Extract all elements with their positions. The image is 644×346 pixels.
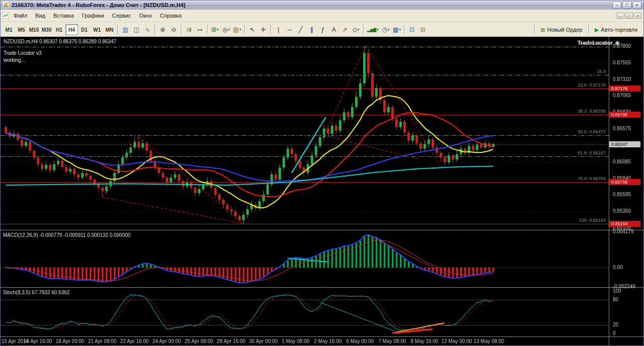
- dropdown-caret-icon: ▾: [228, 28, 230, 32]
- menu-item[interactable]: Сервис: [108, 11, 135, 21]
- arrow-button[interactable]: ↗: [339, 24, 350, 35]
- timeframe-m30-button[interactable]: M30: [40, 24, 53, 35]
- chart-shift-button[interactable]: ↦: [194, 24, 205, 35]
- autotrade-button-label: Авто-торговля: [601, 27, 637, 33]
- templates-button[interactable]: ▤▾: [232, 24, 243, 35]
- zoom-in-icon: ⊕: [160, 26, 165, 33]
- menu-item[interactable]: Файл: [10, 11, 31, 21]
- toolbar: M1M5M15M30H1H4D1W1MN▥◫∿⊕⊖⇉↦⊞▾◎▾▤▾↖✛|─╱∥ƒ…: [1, 22, 643, 38]
- fib-level-label: 100- 0.85163: [530, 218, 606, 223]
- toolbar-separator: [181, 25, 182, 35]
- channel-icon: ∥: [310, 26, 313, 33]
- bar-chart-button[interactable]: ▥: [120, 24, 131, 35]
- time-axis-label: 13 May 08:00: [470, 338, 508, 344]
- menu-items: ФайлВидВставкаГрафикиСервисОкноСправка: [10, 11, 186, 21]
- timeframe-h1-button[interactable]: H1: [53, 24, 65, 35]
- minimize-button[interactable]: –: [612, 2, 621, 9]
- bid-price-tag: 0.86347: [609, 141, 640, 147]
- shapes-button[interactable]: ◇▾: [350, 24, 362, 35]
- timeframe-m15-button[interactable]: M15: [28, 24, 40, 35]
- crosshair-button[interactable]: ✛: [258, 24, 269, 35]
- channel-button[interactable]: ∥: [306, 24, 317, 35]
- chart-shift-icon: ↦: [197, 26, 202, 33]
- cursor-button[interactable]: ↖: [247, 24, 258, 35]
- price-axis-label: 0.86085: [613, 159, 631, 165]
- horizontal-line-icon: ─: [288, 26, 292, 33]
- stoch-axis-label: 100: [613, 288, 621, 294]
- alert-price-tag: 0.87176: [609, 85, 640, 92]
- horizontal-line-button[interactable]: ─: [284, 24, 295, 35]
- periods-icon: ◷: [382, 26, 387, 33]
- profiles-icon: ◎: [223, 26, 228, 33]
- menu-item[interactable]: Справка: [156, 11, 186, 21]
- stoch-axis-label: 80: [613, 297, 618, 303]
- zoom-out-icon: ⊖: [171, 26, 176, 33]
- fib-level-label: 23.6- 0.87170: [530, 82, 606, 88]
- fibonacci-icon: ƒ: [321, 26, 325, 33]
- symbol-ohlc-info: NZDUSD.m,H4 0.86307 0.86375 0.86289 0.86…: [4, 39, 116, 45]
- toolbar-separator: [363, 25, 364, 35]
- timeframe-w1-button[interactable]: W1: [91, 24, 103, 35]
- dropdown-caret-icon: ▾: [388, 28, 390, 32]
- autoscroll-button[interactable]: ⇉: [183, 24, 194, 35]
- indicators-button[interactable]: ▂▅▇▾: [366, 24, 380, 35]
- bar-chart-icon: ▥: [122, 26, 128, 33]
- title-bar: 2166370: MetaTrader 4 - RoboForex - Демо…: [1, 1, 643, 10]
- new-order-button[interactable]: ⊞Новый Ордер: [537, 24, 587, 35]
- child-restore-button[interactable]: □: [625, 13, 633, 19]
- line-chart-icon: ∿: [145, 26, 150, 33]
- close-button[interactable]: ×: [632, 2, 641, 9]
- menu-item[interactable]: Окно: [135, 11, 156, 21]
- menu-item[interactable]: Вставка: [49, 11, 78, 21]
- arrow-icon: ↗: [342, 26, 347, 33]
- tile-windows-icon: ▦: [393, 26, 398, 33]
- timeframe-mn-button[interactable]: MN: [103, 24, 116, 35]
- fib-level-label: 50.0- 0.86477: [530, 129, 606, 135]
- tile-windows-button[interactable]: ▦▾: [391, 24, 402, 35]
- new-order-button-label: Новый Ордер: [547, 27, 583, 33]
- menu-item[interactable]: Графики: [78, 11, 108, 21]
- profiles-button[interactable]: ◎▾: [221, 24, 232, 35]
- terminal-icon: ⊟: [420, 26, 425, 33]
- menu-item[interactable]: Вид: [31, 11, 49, 21]
- window-controls: –□×: [612, 2, 641, 9]
- fib-level-label: 0.0- 0.87793: [530, 41, 606, 46]
- fib-level-label: 16.0: [530, 69, 606, 74]
- timeframe-d1-button[interactable]: D1: [78, 24, 91, 35]
- autotrade-play-icon: ▶: [595, 27, 599, 33]
- alert-price-tag: 0.86788: [609, 112, 640, 118]
- timeframe-m5-button[interactable]: M5: [15, 24, 28, 35]
- new-chart-button[interactable]: ⊞▾: [209, 24, 221, 35]
- child-window-controls: –□×: [617, 13, 641, 19]
- indicators-icon: ▂▅▇: [367, 28, 376, 32]
- fibonacci-button[interactable]: ƒ: [317, 24, 328, 35]
- candlestick-button[interactable]: ◫: [131, 24, 142, 35]
- text-button[interactable]: A: [328, 24, 339, 35]
- child-minimize-button[interactable]: –: [617, 13, 624, 19]
- crosshair-icon: ✛: [261, 26, 266, 33]
- timeframe-m1-button[interactable]: M1: [3, 24, 15, 35]
- periods-button[interactable]: ◷▾: [380, 24, 391, 35]
- timeframe-h4-button[interactable]: H4: [65, 24, 78, 35]
- chart-area: NZDUSD.m,H4 0.86307 0.86375 0.86289 0.86…: [1, 37, 644, 346]
- strategy-tester-button[interactable]: ⊡: [406, 24, 417, 35]
- terminal-button[interactable]: ⊟: [417, 24, 428, 35]
- trendline-button[interactable]: ╱: [295, 24, 306, 35]
- line-chart-button[interactable]: ∿: [142, 24, 153, 35]
- chart-window-icon: [3, 13, 9, 19]
- alert-price-tag: 0.85788: [609, 179, 640, 185]
- restore-button[interactable]: □: [622, 2, 631, 9]
- templates-icon: ▤: [233, 26, 239, 33]
- price-axis-label: 0.87310: [613, 76, 631, 82]
- ea-status-line2: working...: [4, 57, 25, 63]
- vertical-line-button[interactable]: |: [273, 24, 284, 35]
- candlestick-icon: ◫: [133, 26, 139, 33]
- alert-price-tag: 0.85164: [609, 221, 640, 227]
- price-axis-label: 0.86575: [613, 126, 631, 132]
- zoom-in-button[interactable]: ⊕: [157, 24, 168, 35]
- fib-level-label: 61.8- 0.86167: [530, 150, 606, 156]
- child-close-button[interactable]: ×: [634, 13, 641, 19]
- fib-level-label: 38.2- 0.86786: [530, 109, 606, 114]
- autotrade-button[interactable]: ▶Авто-торговля: [591, 24, 641, 35]
- zoom-out-button[interactable]: ⊖: [168, 24, 179, 35]
